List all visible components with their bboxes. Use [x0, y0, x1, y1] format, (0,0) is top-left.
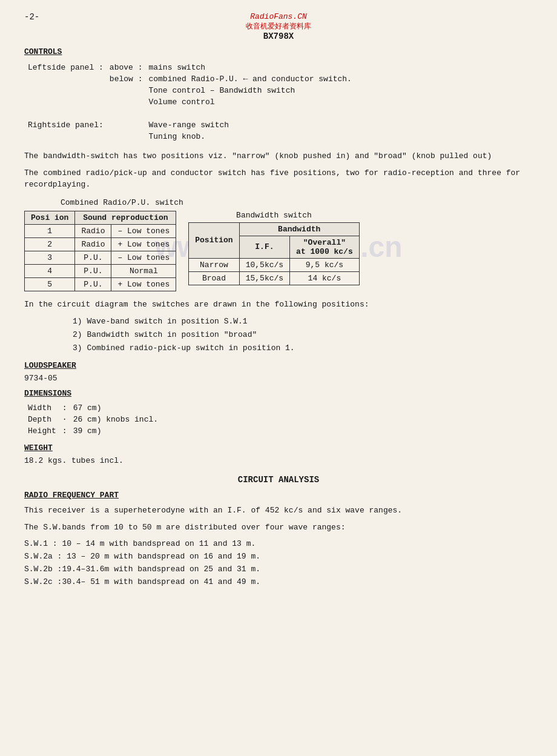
weight-title: WEIGHT — [24, 443, 533, 453]
below-value-1: combined Radio-P.U. ← and conductor swit… — [146, 74, 354, 84]
table-cell: P.U. — [75, 264, 111, 277]
loudspeaker-value: 9734-05 — [24, 374, 533, 383]
table-cell: P.U. — [75, 251, 111, 264]
empty-cell — [25, 74, 106, 84]
rightside-value-2: Tuning knob. — [146, 131, 354, 142]
table-cell: Radio — [75, 237, 111, 251]
list-item: S.W.2c :30.4– 51 m with bandspread on 41… — [24, 576, 533, 589]
table-cell: Depth — [25, 414, 59, 425]
table-cell: 39 cm) — [71, 426, 160, 436]
combined-switch-title: Combined Radio/P.U. switch — [61, 198, 533, 207]
table-cell: 9,5 kc/s — [290, 258, 360, 271]
bandwidth-section: Bandwidth switch Position Bandwidth I.F.… — [188, 211, 359, 285]
list-item: S.W.1 : 10 – 14 m with bandspread on 11 … — [24, 538, 533, 551]
leftside-label: Leftside panel : — [25, 62, 106, 73]
radio-freq-para2: The S.W.bands from 10 to 50 m are distri… — [24, 522, 533, 534]
table-cell: 26 cm) knobs incl. — [71, 414, 160, 425]
tables-row: Posi ion Sound reproduction 1Radio– Low … — [24, 211, 533, 291]
table-row: Rightside panel: Wave-range switch — [25, 120, 354, 130]
combined-para: The combined radio/pick-up and conductor… — [24, 167, 533, 191]
combined-switch-table: Posi ion Sound reproduction 1Radio– Low … — [24, 211, 176, 291]
table-cell: – Low tones — [111, 224, 176, 237]
table-cell: : — [60, 403, 70, 413]
table-cell: 10,5kc/s — [239, 258, 289, 271]
bandwidth-switch-title: Bandwidth switch — [188, 211, 359, 220]
table-row: 3P.U.– Low tones — [25, 251, 176, 264]
empty-cell — [25, 131, 106, 142]
circuit-analysis-title: CIRCUIT ANALYSIS — [24, 475, 533, 485]
rightside-label: Rightside panel: — [25, 120, 106, 130]
empty-cell — [25, 85, 106, 96]
list-item: 2) Bandwidth switch in position "broad" — [73, 328, 533, 342]
table-header-row: Position Bandwidth — [189, 222, 359, 236]
table-row: 1Radio– Low tones — [25, 224, 176, 237]
col-if: I.F. — [239, 236, 289, 258]
table-row: Height:39 cm) — [25, 426, 160, 436]
dimensions-table: Width:67 cm)Depth·26 cm) knobs incl.Heig… — [24, 402, 162, 437]
below-value-2: Tone control – Bandwidth switch — [146, 85, 354, 96]
col-overall: "Overall"at 1000 kc/s — [290, 236, 360, 258]
table-cell: · — [60, 414, 70, 425]
dimensions-title: DIMENSIONS — [24, 389, 533, 398]
circuit-para: In the circuit diagram the switches are … — [24, 299, 533, 311]
table-cell: 2 — [25, 237, 75, 251]
model-number: BX798X — [24, 31, 533, 41]
positions-list: 1) Wave-band switch in position S.W.12) … — [73, 315, 533, 355]
table-row: Leftside panel : above : mains switch — [25, 62, 354, 73]
list-item: 3) Combined radio-pick-up switch in posi… — [73, 342, 533, 355]
controls-table: Leftside panel : above : mains switch be… — [24, 61, 355, 143]
table-header-row: Posi ion Sound reproduction — [25, 211, 176, 224]
table-row — [25, 108, 354, 119]
empty-cell — [107, 85, 145, 96]
table-cell: 1 — [25, 224, 75, 237]
empty-cell — [107, 97, 145, 107]
table-cell: + Low tones — [111, 237, 176, 251]
col-sound: Sound reproduction — [75, 211, 176, 224]
empty-cell — [25, 108, 106, 119]
page-number: -2- — [24, 12, 39, 22]
list-item: S.W.2b :19.4–31.6m with bandspread on 25… — [24, 563, 533, 576]
weight-value: 18.2 kgs. tubes incl. — [24, 456, 533, 465]
table-cell: : — [60, 426, 70, 436]
main-content: CONTROLS Leftside panel : above : mains … — [24, 47, 533, 588]
sw-list: S.W.1 : 10 – 14 m with bandspread on 11 … — [24, 538, 533, 588]
table-cell: Radio — [75, 224, 111, 237]
radio-freq-para1: This receiver is a superheterodyne with … — [24, 505, 533, 517]
table-cell: Narrow — [189, 258, 239, 271]
empty-cell — [25, 97, 106, 107]
table-cell: P.U. — [75, 277, 111, 291]
site-name: RadioFans.CN — [24, 12, 533, 21]
col-bandwidth: Bandwidth — [239, 222, 359, 236]
col-position: Posi ion — [25, 211, 75, 224]
table-row: Volume control — [25, 97, 354, 107]
table-row: Width:67 cm) — [25, 403, 160, 413]
table-row: Narrow10,5kc/s9,5 kc/s — [189, 258, 359, 271]
above-value: mains switch — [146, 62, 354, 73]
table-cell: 14 kc/s — [290, 271, 360, 285]
table-cell: 15,5kc/s — [239, 271, 289, 285]
table-row: Tone control – Bandwidth switch — [25, 85, 354, 96]
table-cell: Normal — [111, 264, 176, 277]
table-cell: 5 — [25, 277, 75, 291]
radio-freq-title: RADIO FREQUENCY PART — [24, 491, 533, 500]
list-item: S.W.2a : 13 – 20 m with bandspread on 16… — [24, 551, 533, 563]
bandwidth-switch-table: Position Bandwidth I.F. "Overall"at 1000… — [188, 222, 359, 285]
list-item: 1) Wave-band switch in position S.W.1 — [73, 315, 533, 328]
table-cell: 3 — [25, 251, 75, 264]
table-row: Broad15,5kc/s14 kc/s — [189, 271, 359, 285]
page-header: RadioFans.CN 收音机爱好者资料库 BX798X — [24, 12, 533, 41]
table-cell: 4 — [25, 264, 75, 277]
controls-title: CONTROLS — [24, 47, 533, 56]
table-cell: + Low tones — [111, 277, 176, 291]
chinese-subtitle: 收音机爱好者资料库 — [24, 21, 533, 31]
table-cell: Broad — [189, 271, 239, 285]
table-row: 4P.U.Normal — [25, 264, 176, 277]
table-row: Depth·26 cm) knobs incl. — [25, 414, 160, 425]
below-value-3: Volume control — [146, 97, 354, 107]
table-row: below : combined Radio-P.U. ← and conduc… — [25, 74, 354, 84]
rightside-value-1: Wave-range switch — [146, 120, 354, 130]
table-row: Tuning knob. — [25, 131, 354, 142]
table-cell: 67 cm) — [71, 403, 160, 413]
col-position: Position — [189, 222, 239, 258]
empty-cell — [107, 131, 145, 142]
